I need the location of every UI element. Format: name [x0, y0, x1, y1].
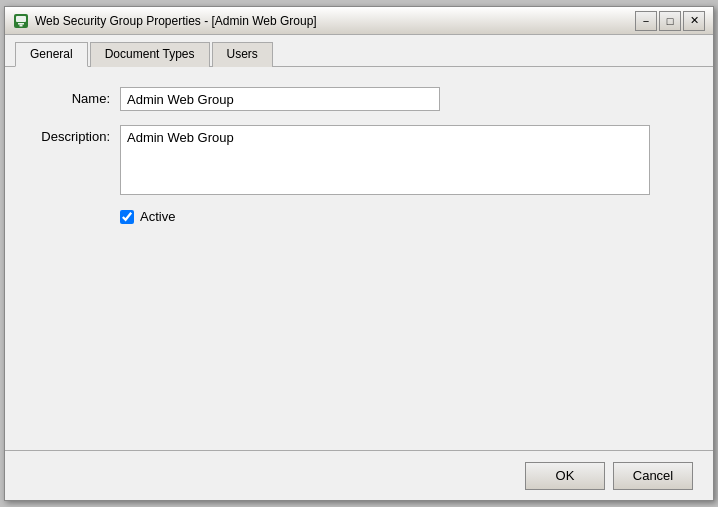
name-label: Name:	[35, 87, 120, 106]
title-bar: Web Security Group Properties - [Admin W…	[5, 7, 713, 35]
window-title: Web Security Group Properties - [Admin W…	[35, 14, 635, 28]
ok-button[interactable]: OK	[525, 462, 605, 490]
description-label: Description:	[35, 125, 120, 144]
maximize-button[interactable]: □	[659, 11, 681, 31]
name-input[interactable]	[120, 87, 440, 111]
cancel-button[interactable]: Cancel	[613, 462, 693, 490]
footer: OK Cancel	[5, 450, 713, 500]
svg-rect-1	[16, 16, 26, 22]
tab-users[interactable]: Users	[212, 42, 273, 67]
title-bar-buttons: − □ ✕	[635, 11, 705, 31]
main-window: Web Security Group Properties - [Admin W…	[4, 6, 714, 501]
active-row: Active	[120, 209, 683, 224]
window-icon	[13, 13, 29, 29]
tab-general[interactable]: General	[15, 42, 88, 67]
active-checkbox[interactable]	[120, 210, 134, 224]
tab-document-types[interactable]: Document Types	[90, 42, 210, 67]
active-label: Active	[140, 209, 175, 224]
svg-rect-2	[18, 23, 24, 25]
description-textarea[interactable]	[120, 125, 650, 195]
close-button[interactable]: ✕	[683, 11, 705, 31]
svg-rect-3	[20, 24, 23, 26]
content-area: Name: Description: Active	[5, 67, 713, 450]
description-row: Description:	[35, 125, 683, 195]
tabs-bar: General Document Types Users	[5, 35, 713, 67]
minimize-button[interactable]: −	[635, 11, 657, 31]
name-row: Name:	[35, 87, 683, 111]
